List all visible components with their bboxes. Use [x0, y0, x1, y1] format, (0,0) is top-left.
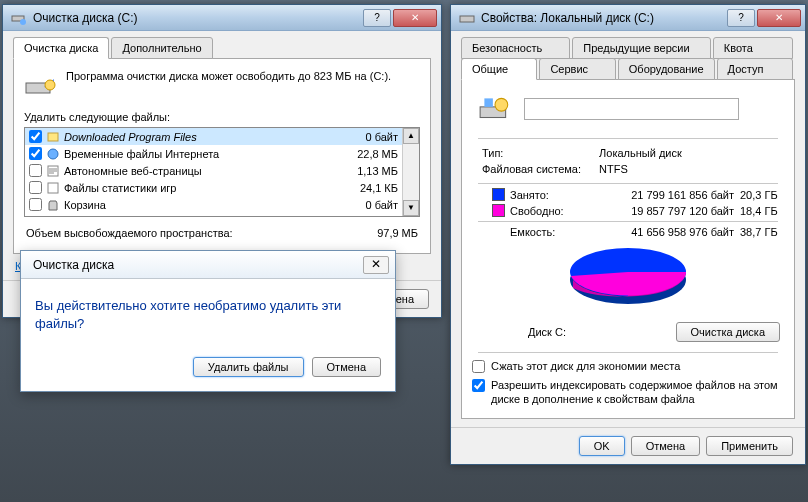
close-button[interactable]: ✕ [393, 9, 437, 27]
svg-rect-8 [460, 16, 474, 22]
fs-label: Файловая система: [482, 163, 581, 175]
file-checkbox[interactable] [29, 130, 42, 143]
svg-point-10 [495, 98, 508, 111]
tab-general[interactable]: Общие [461, 58, 537, 80]
tab-hardware[interactable]: Оборудование [618, 58, 715, 80]
tab-security[interactable]: Безопасность [461, 37, 570, 59]
free-label: Свободно: [510, 205, 590, 217]
file-row[interactable]: Временные файлы Интернета22,8 МБ [25, 145, 402, 162]
file-size: 0 байт [328, 131, 398, 143]
tab-more[interactable]: Дополнительно [111, 37, 212, 59]
file-row[interactable]: Корзина0 байт [25, 196, 402, 213]
capacity-label: Емкость: [510, 226, 590, 238]
delete-files-button[interactable]: Удалить файлы [193, 357, 304, 377]
dialog-title: Очистка диска [33, 258, 363, 272]
window-title: Очистка диска (C:) [33, 11, 363, 25]
free-bytes: 19 857 797 120 байт [590, 205, 740, 217]
file-name: Временные файлы Интернета [64, 148, 328, 160]
svg-point-3 [45, 80, 55, 90]
svg-point-1 [20, 19, 26, 25]
file-row[interactable]: Файлы статистики игр24,1 КБ [25, 179, 402, 196]
intro-text: Программа очистки диска может освободить… [66, 69, 391, 83]
file-name: Downloaded Program Files [64, 131, 328, 143]
index-checkbox[interactable] [472, 379, 485, 392]
index-label: Разрешить индексировать содержимое файло… [491, 379, 784, 407]
capacity-bytes: 41 656 958 976 байт [590, 226, 740, 238]
drive-large-icon [478, 92, 512, 126]
titlebar[interactable]: Свойства: Локальный диск (C:) ? ✕ [451, 5, 805, 31]
file-icon [46, 147, 60, 161]
dialog-message: Вы действительно хотите необратимо удали… [35, 297, 381, 333]
tab-quota[interactable]: Квота [713, 37, 793, 59]
fs-value: NTFS [599, 163, 774, 175]
gain-label: Объем высвобождаемого пространства: [26, 227, 233, 239]
tab-cleanup[interactable]: Очистка диска [13, 37, 109, 59]
disk-label: Диск C: [528, 326, 566, 338]
file-size: 22,8 МБ [328, 148, 398, 160]
drive-properties-window: Свойства: Локальный диск (C:) ? ✕ Безопа… [450, 4, 806, 465]
tab-access[interactable]: Доступ [717, 58, 793, 80]
help-button[interactable]: ? [363, 9, 391, 27]
file-row[interactable]: Автономные веб-страницы1,13 МБ [25, 162, 402, 179]
delete-label: Удалить следующие файлы: [24, 111, 420, 123]
file-row[interactable]: Downloaded Program Files0 байт [25, 128, 402, 145]
usage-pie-chart [563, 244, 693, 310]
file-icon [46, 198, 60, 212]
file-icon [46, 164, 60, 178]
close-button[interactable]: ✕ [757, 9, 801, 27]
svg-point-5 [48, 149, 58, 159]
file-checkbox[interactable] [29, 181, 42, 194]
dialog-cancel-button[interactable]: Отмена [312, 357, 381, 377]
file-icon [46, 181, 60, 195]
file-checkbox[interactable] [29, 147, 42, 160]
free-swatch [492, 204, 505, 217]
drive-icon [459, 10, 475, 26]
file-size: 1,13 МБ [328, 165, 398, 177]
capacity-gb: 38,7 ГБ [740, 226, 800, 238]
apply-button[interactable]: Применить [706, 436, 793, 456]
drive-name-input[interactable] [524, 98, 739, 120]
file-name: Корзина [64, 199, 328, 211]
file-checkbox[interactable] [29, 164, 42, 177]
cleanup-button[interactable]: Очистка диска [676, 322, 780, 342]
compress-label: Сжать этот диск для экономии места [491, 360, 680, 372]
drive-icon [24, 69, 56, 101]
used-swatch [492, 188, 505, 201]
file-icon [46, 130, 60, 144]
confirm-dialog: Очистка диска ✕ Вы действительно хотите … [20, 250, 396, 392]
titlebar[interactable]: Очистка диска (C:) ? ✕ [3, 5, 441, 31]
compress-checkbox[interactable] [472, 360, 485, 373]
window-title: Свойства: Локальный диск (C:) [481, 11, 727, 25]
used-label: Занято: [510, 189, 590, 201]
used-bytes: 21 799 161 856 байт [590, 189, 740, 201]
drive-cleanup-icon [11, 10, 27, 26]
ok-button[interactable]: OK [579, 436, 625, 456]
type-label: Тип: [482, 147, 581, 159]
dialog-titlebar[interactable]: Очистка диска ✕ [21, 251, 395, 279]
file-list: Downloaded Program Files0 байтВременные … [24, 127, 420, 217]
file-checkbox[interactable] [29, 198, 42, 211]
file-size: 0 байт [328, 199, 398, 211]
type-value: Локальный диск [599, 147, 774, 159]
file-name: Файлы статистики игр [64, 182, 328, 194]
used-gb: 20,3 ГБ [740, 189, 800, 201]
svg-rect-7 [48, 183, 58, 193]
tab-service[interactable]: Сервис [539, 58, 615, 80]
file-size: 24,1 КБ [328, 182, 398, 194]
gain-value: 97,9 МБ [377, 227, 418, 239]
scroll-up-icon[interactable]: ▲ [403, 128, 419, 144]
help-button[interactable]: ? [727, 9, 755, 27]
dialog-close-icon[interactable]: ✕ [363, 256, 389, 274]
cancel-button[interactable]: Отмена [631, 436, 700, 456]
file-name: Автономные веб-страницы [64, 165, 328, 177]
scrollbar[interactable]: ▲ ▼ [402, 128, 419, 216]
scroll-down-icon[interactable]: ▼ [403, 200, 419, 216]
svg-rect-4 [48, 133, 58, 141]
tab-prev-versions[interactable]: Предыдущие версии [572, 37, 710, 59]
free-gb: 18,4 ГБ [740, 205, 800, 217]
